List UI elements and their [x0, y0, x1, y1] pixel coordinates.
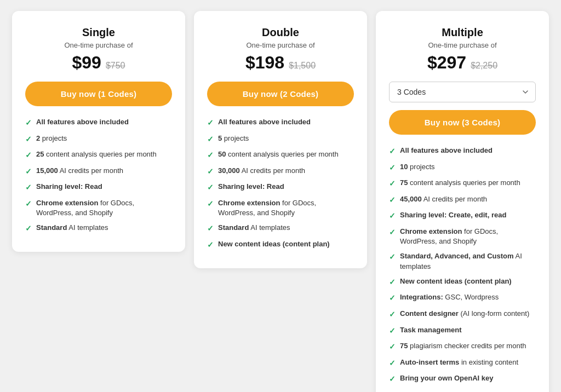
feature-item-single-2: ✓25 content analysis queries per month	[25, 149, 172, 161]
feature-item-single-6: ✓Standard AI templates	[25, 223, 172, 234]
check-icon-multiple-13: ✓	[389, 374, 396, 385]
features-list-double: ✓All features above included✓5 projects✓…	[207, 117, 354, 251]
check-icon-multiple-2: ✓	[389, 178, 396, 189]
check-icon-multiple-0: ✓	[389, 146, 396, 157]
feature-item-single-4: ✓Sharing level: Read	[25, 182, 172, 193]
feature-text-multiple-0: All features above included	[400, 146, 536, 155]
check-icon-single-1: ✓	[25, 134, 32, 145]
plan-price-single: $99	[72, 53, 101, 73]
feature-item-single-0: ✓All features above included	[25, 117, 172, 129]
feature-text-double-7: New content ideas (content plan)	[218, 239, 354, 249]
feature-text-double-2: 50 content analysis queries per month	[218, 149, 354, 159]
feature-item-multiple-9: ✓Content designer (AI long-form content)	[389, 309, 536, 320]
feature-text-single-3: 15,000 AI credits per month	[36, 166, 172, 176]
feature-item-multiple-11: ✓75 plagiarism checker credits per month	[389, 341, 536, 353]
feature-item-double-7: ✓New content ideas (content plan)	[207, 239, 354, 251]
feature-text-single-4: Sharing level: Read	[36, 182, 172, 192]
feature-item-single-5: ✓Chrome extension for GDocs, WordPress, …	[25, 198, 172, 218]
plan-price-row-double: $198$1,500	[207, 53, 354, 73]
feature-item-multiple-14: ✓Neuron API	[389, 390, 536, 392]
check-icon-multiple-3: ✓	[389, 195, 396, 206]
plan-price-row-single: $99$750	[25, 53, 172, 73]
plan-card-multiple: MultipleOne-time purchase of$297$2,2503 …	[376, 11, 549, 392]
buy-button-double[interactable]: Buy now (2 Codes)	[207, 82, 354, 106]
check-icon-double-0: ✓	[207, 118, 214, 129]
pricing-container: SingleOne-time purchase of$99$750Buy now…	[12, 11, 549, 392]
check-icon-double-7: ✓	[207, 240, 214, 251]
feature-text-multiple-9: Content designer (AI long-form content)	[400, 309, 536, 319]
feature-text-single-5: Chrome extension for GDocs, WordPress, a…	[36, 198, 172, 218]
feature-text-multiple-6: Standard, Advanced, and Custom AI templa…	[400, 251, 536, 271]
plan-original-price-multiple: $2,250	[471, 61, 497, 71]
feature-item-multiple-0: ✓All features above included	[389, 146, 536, 157]
feature-item-multiple-6: ✓Standard, Advanced, and Custom AI templ…	[389, 251, 536, 271]
check-icon-double-4: ✓	[207, 182, 214, 193]
check-icon-multiple-1: ✓	[389, 163, 396, 174]
check-icon-multiple-10: ✓	[389, 326, 396, 337]
check-icon-multiple-7: ✓	[389, 277, 396, 288]
buy-button-single[interactable]: Buy now (1 Codes)	[25, 82, 172, 106]
check-icon-multiple-12: ✓	[389, 358, 396, 369]
feature-text-single-2: 25 content analysis queries per month	[36, 149, 172, 159]
check-icon-multiple-5: ✓	[389, 227, 396, 238]
feature-item-double-4: ✓Sharing level: Read	[207, 182, 354, 193]
feature-text-multiple-1: 10 projects	[400, 162, 536, 172]
check-icon-multiple-8: ✓	[389, 293, 396, 304]
feature-text-double-1: 5 projects	[218, 134, 354, 143]
check-icon-single-4: ✓	[25, 182, 32, 193]
feature-text-multiple-4: Sharing level: Create, edit, read	[400, 210, 536, 220]
feature-text-multiple-3: 45,000 AI credits per month	[400, 194, 536, 204]
feature-item-multiple-1: ✓10 projects	[389, 162, 536, 174]
plan-price-multiple: $297	[427, 53, 466, 73]
feature-text-multiple-14: Neuron API	[400, 390, 536, 392]
feature-item-multiple-3: ✓45,000 AI credits per month	[389, 194, 536, 206]
feature-text-multiple-12: Auto-insert terms in existing content	[400, 358, 536, 367]
feature-item-multiple-12: ✓Auto-insert terms in existing content	[389, 358, 536, 369]
plan-card-double: DoubleOne-time purchase of$198$1,500Buy …	[194, 11, 367, 268]
feature-text-double-4: Sharing level: Read	[218, 182, 354, 192]
check-icon-multiple-4: ✓	[389, 211, 396, 222]
check-icon-double-3: ✓	[207, 166, 214, 177]
feature-text-double-6: Standard AI templates	[218, 223, 354, 233]
plan-name-single: Single	[25, 26, 172, 39]
buy-button-multiple[interactable]: Buy now (3 Codes)	[389, 110, 536, 135]
feature-item-double-1: ✓5 projects	[207, 134, 354, 145]
feature-item-multiple-4: ✓Sharing level: Create, edit, read	[389, 210, 536, 222]
feature-item-multiple-7: ✓New content ideas (content plan)	[389, 276, 536, 288]
feature-text-multiple-2: 75 content analysis queries per month	[400, 178, 536, 188]
check-icon-multiple-9: ✓	[389, 309, 396, 320]
plan-subtitle-multiple: One-time purchase of	[389, 41, 536, 49]
feature-item-double-2: ✓50 content analysis queries per month	[207, 149, 354, 161]
feature-item-multiple-8: ✓Integrations: GSC, Wordpress	[389, 292, 536, 304]
check-icon-double-6: ✓	[207, 223, 214, 234]
feature-item-multiple-10: ✓Task management	[389, 325, 536, 337]
feature-item-double-3: ✓30,000 AI credits per month	[207, 166, 354, 177]
feature-text-single-1: 2 projects	[36, 134, 172, 143]
check-icon-single-3: ✓	[25, 166, 32, 177]
plan-dropdown-multiple[interactable]: 3 Codes4 Codes5 Codes	[389, 82, 536, 102]
feature-text-single-0: All features above included	[36, 117, 172, 127]
plan-dropdown-wrapper-multiple: 3 Codes4 Codes5 Codes	[389, 82, 536, 102]
feature-item-single-3: ✓15,000 AI credits per month	[25, 166, 172, 177]
feature-item-multiple-13: ✓Bring your own OpenAI key	[389, 373, 536, 385]
plan-original-price-single: $750	[106, 61, 125, 71]
plan-name-multiple: Multiple	[389, 26, 536, 39]
check-icon-double-5: ✓	[207, 199, 214, 210]
plan-price-double: $198	[245, 53, 284, 73]
feature-item-multiple-2: ✓75 content analysis queries per month	[389, 178, 536, 189]
feature-text-double-0: All features above included	[218, 117, 354, 127]
features-list-single: ✓All features above included✓2 projects✓…	[25, 117, 172, 234]
plan-price-row-multiple: $297$2,250	[389, 53, 536, 73]
feature-text-single-6: Standard AI templates	[36, 223, 172, 233]
feature-text-multiple-8: Integrations: GSC, Wordpress	[400, 292, 536, 302]
check-icon-single-2: ✓	[25, 150, 32, 161]
check-icon-single-6: ✓	[25, 223, 32, 234]
check-icon-double-2: ✓	[207, 150, 214, 161]
check-icon-multiple-11: ✓	[389, 342, 396, 353]
plan-subtitle-single: One-time purchase of	[25, 41, 172, 49]
feature-item-double-5: ✓Chrome extension for GDocs, WordPress, …	[207, 198, 354, 218]
plan-name-double: Double	[207, 26, 354, 39]
feature-text-multiple-11: 75 plagiarism checker credits per month	[400, 341, 536, 351]
features-list-multiple: ✓All features above included✓10 projects…	[389, 146, 536, 392]
feature-text-multiple-10: Task management	[400, 325, 536, 335]
